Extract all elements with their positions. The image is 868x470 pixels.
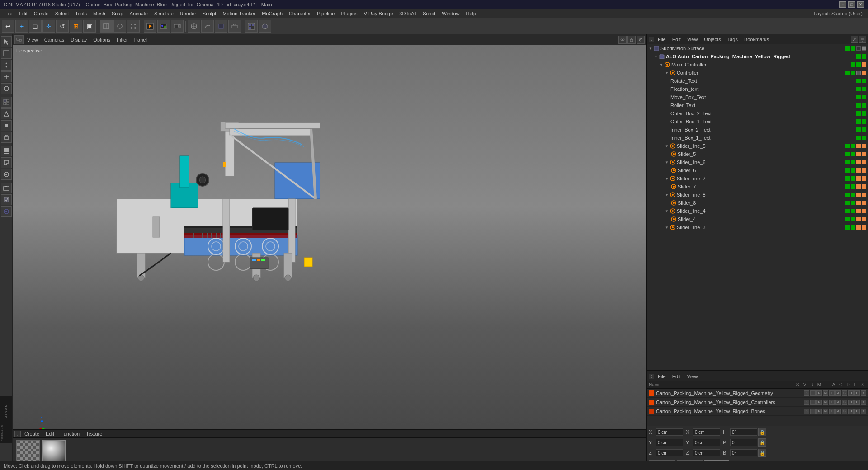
coord-h-input[interactable] [730, 428, 757, 436]
obj-edit-menu[interactable]: Edit [670, 36, 684, 43]
viewport-options-icon[interactable] [14, 35, 24, 44]
tree-item-inner-box-1-text[interactable]: Inner_Box_1_Text [647, 134, 868, 142]
tree-item-fixation-text[interactable]: Fixation_text [647, 85, 868, 93]
menu-file[interactable]: File [2, 10, 15, 17]
new-object-button[interactable]: + [15, 20, 28, 33]
ctrl-icon-7[interactable]: G [842, 400, 847, 405]
coord-b-input[interactable] [730, 449, 757, 456]
menu-sculpt[interactable]: Sculpt [200, 10, 219, 17]
bone-icon-1[interactable]: S [804, 409, 809, 414]
obj-edit-icon[interactable] [851, 36, 858, 43]
vp-lock-icon[interactable] [627, 36, 636, 44]
vp-menu-display[interactable]: Display [68, 36, 90, 43]
camera-button[interactable] [171, 20, 184, 33]
sidebar-scale-icon[interactable] [1, 71, 12, 82]
mat-function-menu[interactable]: Function [58, 430, 82, 437]
menu-help[interactable]: Help [463, 10, 479, 17]
render-picture-viewer-button[interactable] [157, 20, 170, 33]
coord-z-lock[interactable]: 🔒 [758, 449, 766, 457]
ctrl-icon-8[interactable]: D [848, 400, 854, 405]
bone-icon-4[interactable]: M [823, 409, 828, 414]
geo-icon-1[interactable]: S [804, 390, 809, 396]
coord-y-mid-input[interactable] [693, 439, 720, 446]
tree-item-roller-text[interactable]: Roller_Text [647, 101, 868, 109]
bottom-edit-menu[interactable]: Edit [670, 373, 684, 380]
scale-button[interactable]: ⊞ [70, 20, 82, 33]
menu-window[interactable]: Window [439, 10, 462, 17]
menu-snap[interactable]: Snap [109, 10, 126, 17]
bone-icon-2[interactable]: □ [810, 409, 816, 414]
tree-item-outer-box-2-text[interactable]: Outer_Box_2_Text [647, 109, 868, 118]
menu-3dtoall[interactable]: 3DToAll [396, 10, 419, 17]
geo-icon-10[interactable]: X [861, 390, 866, 396]
geo-icon-9[interactable]: E [854, 390, 860, 396]
tree-item-slider-line-8[interactable]: ▼ Slider_line_8 [647, 191, 868, 199]
point-mode-button[interactable] [127, 20, 140, 33]
menu-create[interactable]: Create [31, 10, 52, 17]
mat-texture-menu[interactable]: Texture [83, 430, 105, 437]
tree-item-slider-line-4[interactable]: ▼ Slider_line_4 [647, 207, 868, 215]
coord-x-input[interactable] [656, 428, 683, 436]
tree-item-slider-7[interactable]: Slider_7 [647, 183, 868, 191]
menu-select[interactable]: Select [52, 10, 72, 17]
render-region-button[interactable]: ▣ [83, 20, 96, 33]
model-mode-button[interactable] [100, 20, 113, 33]
menu-pipeline[interactable]: Pipeline [314, 10, 337, 17]
undo-button[interactable]: ↩ [2, 20, 14, 33]
bone-icon-6[interactable]: A [835, 409, 841, 414]
tree-item-controller[interactable]: ▼ Controller [647, 69, 868, 77]
tree-item-slider-5[interactable]: Slider_5 [647, 150, 868, 158]
geo-icon-3[interactable]: R [816, 390, 822, 396]
spline-button[interactable] [201, 20, 214, 33]
sidebar-item-7[interactable] [1, 108, 12, 119]
menu-edit[interactable]: Edit [16, 10, 30, 17]
menu-animate[interactable]: Animate [127, 10, 151, 17]
obj-bookmarks-menu[interactable]: Bookmarks [741, 36, 772, 43]
sidebar-item-9[interactable] [1, 132, 12, 143]
mat-create-menu[interactable]: Create [22, 430, 42, 437]
object-button[interactable] [259, 20, 271, 33]
vp-link-icon[interactable] [618, 36, 627, 44]
sidebar-rotate-icon[interactable] [1, 83, 12, 94]
ctrl-icon-3[interactable]: R [816, 400, 822, 405]
sidebar-viewport-solo[interactable] [1, 97, 12, 108]
ctrl-icon-2[interactable]: □ [810, 400, 816, 405]
geo-icon-2[interactable]: □ [810, 390, 816, 396]
scene-button[interactable] [245, 20, 258, 33]
sidebar-item-12[interactable] [1, 169, 12, 180]
maximize-button[interactable]: □ [848, 1, 855, 8]
geo-icon-5[interactable]: L [829, 390, 835, 396]
coord-y-lock[interactable]: 🔒 [758, 438, 766, 446]
vp-menu-panel[interactable]: Panel [132, 36, 150, 43]
vp-settings-icon[interactable] [637, 36, 645, 44]
minimize-button[interactable]: − [839, 1, 846, 8]
coord-z-input[interactable] [656, 449, 683, 456]
obj-objects-menu[interactable]: Objects [701, 36, 723, 43]
sidebar-select-icon[interactable] [1, 36, 12, 47]
coord-z-mid-input[interactable] [693, 449, 720, 456]
obj-view-menu[interactable]: View [684, 36, 701, 43]
coord-y-input[interactable] [656, 439, 683, 446]
tree-item-slider-line-6[interactable]: ▼ Slider_line_6 [647, 158, 868, 166]
menu-motion-tracker[interactable]: Motion Tracker [220, 10, 258, 17]
menu-character[interactable]: Character [286, 10, 313, 17]
rotate-button[interactable]: ↺ [56, 20, 69, 33]
ctrl-icon-5[interactable]: L [829, 400, 835, 405]
deformer-button[interactable] [228, 20, 241, 33]
sidebar-item-8[interactable] [1, 120, 12, 131]
bone-icon-5[interactable]: L [829, 409, 835, 414]
bone-icon-7[interactable]: G [842, 409, 847, 414]
geo-icon-4[interactable]: M [823, 390, 828, 396]
texture-mode-button[interactable] [113, 20, 126, 33]
tree-item-rotate-text[interactable]: Rotate_Text [647, 77, 868, 85]
obj-filter-icon[interactable] [859, 36, 866, 43]
move-button[interactable]: ✛ [42, 20, 55, 33]
obj-row-bones[interactable]: Carton_Packing_Machine_Yellow_Rigged_Bon… [647, 407, 868, 416]
menu-mesh[interactable]: Mesh [90, 10, 108, 17]
vp-menu-filter[interactable]: Filter [114, 36, 130, 43]
sidebar-item-11[interactable] [1, 157, 12, 168]
coord-x-mid-input[interactable] [693, 428, 720, 436]
sidebar-move-icon[interactable] [1, 60, 12, 70]
tree-item-slider-line-5[interactable]: ▼ Slider_line_5 [647, 142, 868, 150]
bone-icon-10[interactable]: X [861, 409, 866, 414]
